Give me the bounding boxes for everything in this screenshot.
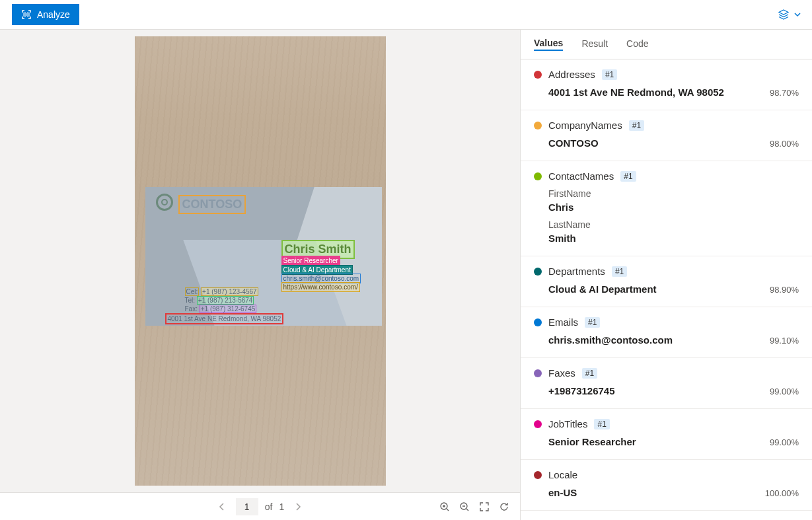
layers-icon	[778, 9, 790, 20]
tabs: Values Result Code	[521, 30, 812, 59]
rotate-button[interactable]	[499, 501, 509, 512]
field-color-dot	[534, 318, 542, 326]
field-color-dot	[534, 420, 542, 428]
field-confidence: 100.00%	[765, 488, 799, 498]
tab-code[interactable]: Code	[626, 38, 648, 50]
field-name-label: JobTitles	[548, 418, 587, 429]
canvas-area: CONTOSO Chris Smith Senior Researcher Cl…	[0, 30, 520, 520]
field-confidence: 99.10%	[770, 336, 799, 346]
subfield-value: Chris	[534, 202, 799, 213]
next-page-button[interactable]	[291, 500, 305, 514]
business-card: CONTOSO Chris Smith Senior Researcher Cl…	[145, 187, 382, 326]
highlight-cel: Cel: +1 (987) 123-4567	[184, 287, 260, 296]
field-badge: #1	[602, 69, 617, 80]
field-name-label: Addresses	[548, 69, 595, 80]
analyze-label: Analyze	[37, 9, 70, 20]
field-name-label: Locale	[548, 469, 577, 480]
zoom-tools	[439, 501, 509, 512]
field-confidence: 98.00%	[770, 139, 799, 149]
field-value: +19873126745	[548, 385, 615, 396]
right-panel: Values Result Code Addresses#14001 1st A…	[520, 30, 812, 520]
field-name-label: Emails	[548, 316, 578, 328]
field-badge: #1	[612, 266, 627, 277]
field-value: Cloud & AI Department	[548, 283, 657, 295]
highlight-jobtitle: Senior Researcher	[281, 256, 340, 266]
chevron-down-icon	[794, 11, 801, 19]
document-image: CONTOSO Chris Smith Senior Researcher Cl…	[135, 36, 386, 486]
analyze-icon	[21, 9, 32, 20]
field-badge: #1	[594, 419, 609, 429]
field-emails[interactable]: Emails#1chris.smith@contoso.com99.10%	[521, 307, 812, 358]
field-jobtitles[interactable]: JobTitles#1Senior Researcher99.00%	[521, 409, 812, 460]
field-departments[interactable]: Departments#1Cloud & AI Department98.90%	[521, 256, 812, 307]
field-confidence: 99.00%	[770, 437, 799, 447]
fit-button[interactable]	[479, 501, 490, 512]
layers-dropdown[interactable]	[778, 9, 804, 20]
prev-page-button[interactable]	[215, 500, 229, 514]
field-confidence: 99.00%	[770, 387, 799, 396]
field-badge: #1	[620, 171, 636, 182]
results-list[interactable]: Addresses#14001 1st Ave NE Redmond, WA 9…	[521, 59, 812, 520]
zoom-out-button[interactable]	[459, 501, 470, 512]
field-color-dot	[534, 71, 542, 79]
field-value: chris.smith@contoso.com	[548, 334, 673, 346]
field-name-label: ContactNames	[548, 170, 614, 182]
topbar: Analyze	[0, 0, 812, 30]
subfield-label: LastName	[534, 219, 799, 230]
company-logo	[156, 194, 173, 211]
field-faxes[interactable]: Faxes#1+1987312674599.00%	[521, 358, 812, 409]
field-locale[interactable]: Localeen-US100.00%	[521, 460, 812, 511]
field-confidence: 98.90%	[770, 285, 799, 295]
field-name-label: Faxes	[548, 367, 575, 379]
field-badge: #1	[582, 368, 597, 379]
field-contactnames[interactable]: ContactNames#1FirstNameChrisLastNameSmit…	[521, 161, 812, 256]
subfield-label: FirstName	[534, 188, 799, 199]
field-name-label: CompanyNames	[548, 120, 622, 131]
field-value: Senior Researcher	[548, 436, 636, 447]
subfield-value: Smith	[534, 233, 799, 244]
field-color-dot	[534, 471, 542, 479]
field-addresses[interactable]: Addresses#14001 1st Ave NE Redmond, WA 9…	[521, 59, 812, 110]
canvas-viewport[interactable]: CONTOSO Chris Smith Senior Researcher Cl…	[0, 30, 520, 492]
highlight-website: https://www.contoso.com/	[281, 282, 360, 292]
field-companynames[interactable]: CompanyNames#1CONTOSO98.00%	[521, 110, 812, 161]
zoom-in-button[interactable]	[439, 501, 450, 512]
highlight-fax: Fax: +1 (987) 312-6745	[184, 305, 258, 313]
field-color-dot	[534, 122, 542, 130]
tab-result[interactable]: Result	[581, 38, 608, 50]
analyze-button[interactable]: Analyze	[12, 4, 79, 25]
field-value: 4001 1st Ave NE Redmond, WA 98052	[548, 87, 724, 98]
canvas-footer: of 1	[0, 492, 520, 520]
field-value: CONTOSO	[548, 137, 599, 149]
pager: of 1	[215, 498, 305, 515]
field-color-dot	[534, 268, 542, 276]
field-color-dot	[534, 369, 542, 377]
field-color-dot	[534, 172, 542, 180]
highlight-address: 4001 1st Ave NE Redmond, WA 98052	[165, 313, 284, 324]
field-name-label: Departments	[548, 266, 605, 277]
page-of-label: of	[265, 501, 273, 512]
tab-values[interactable]: Values	[534, 38, 563, 51]
field-badge: #1	[585, 317, 600, 328]
highlight-company: CONTOSO	[178, 195, 246, 214]
field-badge: #1	[629, 120, 644, 131]
field-value: en-US	[548, 487, 577, 498]
page-input[interactable]	[236, 498, 258, 515]
highlight-tel: Tel: +1 (987) 213-5674	[184, 296, 256, 305]
field-confidence: 98.70%	[770, 88, 799, 98]
page-total: 1	[279, 501, 284, 512]
